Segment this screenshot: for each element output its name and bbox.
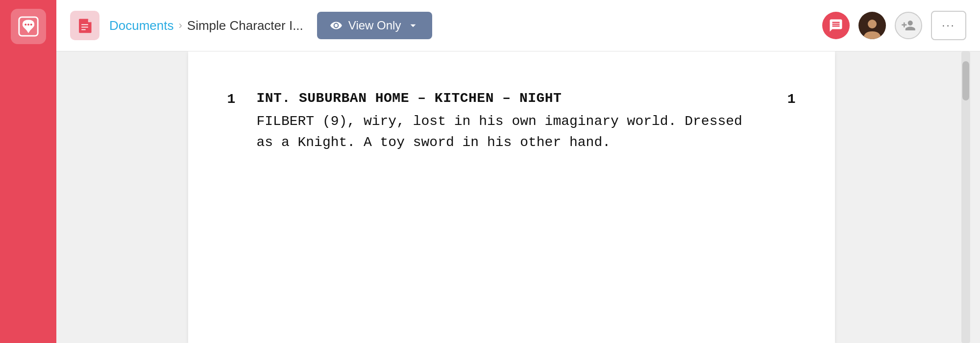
breadcrumb-title: Simple Character I...: [187, 18, 303, 33]
svg-point-1: [24, 24, 26, 25]
scene-number-right: 1: [787, 91, 796, 107]
avatar-chat[interactable]: [822, 12, 850, 39]
breadcrumb-documents-link[interactable]: Documents: [109, 18, 174, 33]
header: Documents › Simple Character I... View O…: [56, 0, 980, 51]
view-only-button[interactable]: View Only: [317, 12, 433, 39]
chat-icon: [829, 18, 843, 33]
eye-icon: [330, 19, 343, 32]
view-only-label: View Only: [348, 19, 401, 32]
more-options-button[interactable]: ···: [931, 11, 966, 40]
main-wrapper: Documents › Simple Character I... View O…: [56, 0, 980, 343]
user-silhouette-icon: [862, 18, 882, 39]
chat-document-icon: [17, 15, 40, 38]
breadcrumb-separator: ›: [179, 19, 182, 32]
action-text: FILBERT (9), wiry, lost in his own imagi…: [257, 111, 796, 153]
document-icon-box: [70, 11, 99, 40]
add-user-icon: [901, 18, 916, 33]
document-icon: [76, 17, 93, 34]
scrollbar-thumb[interactable]: [962, 61, 969, 100]
chevron-down-icon: [407, 19, 419, 32]
svg-point-3: [30, 24, 32, 25]
avatar-user[interactable]: [858, 12, 886, 39]
header-right: ···: [822, 11, 966, 40]
content-area: 1 INT. SUBURBAN HOME – KITCHEN – NIGHT 1…: [56, 51, 980, 343]
action-line-1: FILBERT (9), wiry, lost in his own imagi…: [257, 111, 796, 132]
more-options-label: ···: [942, 19, 955, 32]
document-page: 1 INT. SUBURBAN HOME – KITCHEN – NIGHT 1…: [188, 51, 835, 343]
svg-point-2: [27, 24, 29, 25]
app-logo[interactable]: [11, 9, 46, 44]
scene-heading-row: 1 INT. SUBURBAN HOME – KITCHEN – NIGHT 1: [227, 91, 796, 107]
scene-heading: INT. SUBURBAN HOME – KITCHEN – NIGHT: [257, 91, 787, 106]
action-line-2: as a Knight. A toy sword in his other ha…: [257, 132, 796, 153]
scene-number-left: 1: [227, 91, 257, 107]
breadcrumb: Documents › Simple Character I...: [109, 18, 303, 33]
svg-point-7: [868, 20, 877, 28]
sidebar: [0, 0, 56, 343]
scrollbar-track[interactable]: [961, 51, 970, 343]
avatar-add-user[interactable]: [895, 12, 922, 39]
